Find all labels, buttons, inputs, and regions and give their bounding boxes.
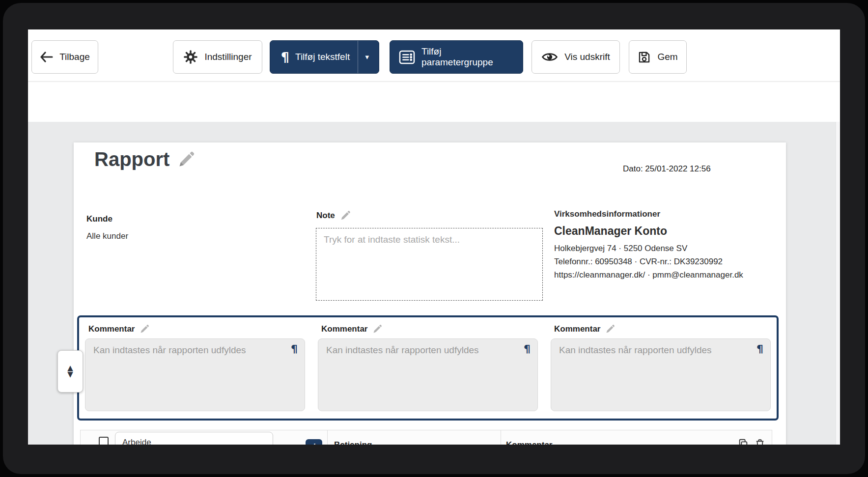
parameter-col3-label: Kommentar	[506, 440, 552, 445]
company-address: Holkebjergvej 74 · 5250 Odense SV	[554, 242, 780, 255]
comment-placeholder: Kan indtastes når rapporten udfyldes	[93, 345, 246, 355]
parameter-row: Arbejde i Betjening Kommentar	[80, 430, 772, 445]
pilcrow-icon: ¶	[291, 343, 298, 355]
settings-label: Indstillinger	[204, 52, 252, 62]
edit-note-pencil-icon[interactable]	[340, 210, 351, 221]
floppy-save-icon	[638, 51, 651, 64]
comment-placeholder: Kan indtastes når rapporten udfyldes	[559, 345, 712, 355]
copy-icon[interactable]	[738, 438, 749, 445]
comment-column-1: Kommentar Kan indtastes når rapporten ud…	[85, 324, 305, 419]
report-date: Dato: 25/01-2022 12:56	[623, 164, 711, 174]
comment-placeholder: Kan indtastes når rapporten udfyldes	[326, 345, 479, 355]
note-label: Note	[316, 211, 335, 221]
preview-button[interactable]: Vis udskrift	[532, 40, 620, 74]
preview-label: Vis udskrift	[564, 52, 610, 62]
pilcrow-icon: ¶	[524, 343, 531, 355]
comment-label: Kommentar	[554, 324, 600, 334]
parameter-name-input[interactable]: Arbejde	[115, 432, 273, 445]
add-textfield-main[interactable]: ¶ Tilføj tekstfelt	[273, 41, 358, 73]
arrow-left-icon	[40, 52, 53, 62]
edit-comment-pencil-icon[interactable]	[140, 324, 149, 334]
column-divider	[501, 430, 501, 445]
pilcrow-icon: ¶	[281, 50, 289, 65]
settings-button[interactable]: Indstillinger	[173, 40, 262, 74]
add-textfield-button[interactable]: ¶ Tilføj tekstfelt ▾	[270, 40, 379, 74]
comment-label: Kommentar	[321, 324, 367, 334]
scrollbar-track[interactable]	[836, 122, 840, 445]
company-phone-cvr: Telefonnr.: 60950348 · CVR-nr.: DK392309…	[554, 255, 780, 268]
toolbar: Tilbage	[28, 29, 840, 82]
edit-comment-pencil-icon[interactable]	[372, 324, 382, 334]
selected-comment-row[interactable]: Kommentar Kan indtastes når rapporten ud…	[77, 315, 779, 421]
company-info-label: Virksomhedsinformationer	[554, 209, 780, 219]
company-name: CleanManager Konto	[554, 224, 780, 238]
comment-column-2: Kommentar Kan indtastes når rapporten ud…	[318, 324, 538, 419]
save-label: Gem	[657, 52, 677, 62]
comment-input-field[interactable]: Kan indtastes når rapporten udfyldes ¶	[85, 338, 305, 411]
edit-comment-pencil-icon[interactable]	[605, 324, 615, 334]
parameter-checkbox[interactable]	[99, 437, 109, 445]
gear-icon	[183, 50, 198, 64]
handle-down-icon: ▼	[67, 371, 73, 378]
company-info-block: Virksomhedsinformationer CleanManager Ko…	[554, 209, 780, 281]
back-button[interactable]: Tilbage	[31, 40, 98, 74]
info-button[interactable]: i	[306, 439, 322, 445]
note-label-row: Note	[316, 210, 351, 221]
comment-input-field[interactable]: Kan indtastes når rapporten udfyldes ¶	[318, 338, 538, 411]
app-window: Tilbage	[28, 29, 840, 445]
report-title-row: Rapport	[94, 148, 195, 170]
note-static-text-field[interactable]: Tryk for at indtaste statisk tekst...	[316, 228, 543, 301]
edit-title-pencil-icon[interactable]	[177, 151, 195, 168]
parameter-col2-label: Betjening	[334, 440, 372, 445]
trash-icon[interactable]	[755, 438, 765, 445]
save-button[interactable]: Gem	[629, 40, 687, 74]
customer-label: Kunde	[86, 214, 112, 224]
parameter-list-icon	[399, 50, 415, 64]
company-web-email: https://cleanmanager.dk/ · pmm@cleanmana…	[554, 268, 780, 281]
pilcrow-icon: ¶	[756, 343, 763, 355]
add-parametergroup-label: Tilføj parametergruppe	[421, 46, 514, 68]
comment-input-field[interactable]: Kan indtastes når rapporten udfyldes ¶	[551, 338, 771, 411]
chevron-down-icon[interactable]: ▾	[358, 41, 376, 73]
eye-icon	[541, 51, 558, 63]
back-label: Tilbage	[59, 52, 90, 62]
comment-label: Kommentar	[88, 324, 135, 334]
report-page: Rapport Dato: 25/01-2022 12:56 Kunde All…	[74, 142, 786, 445]
add-parametergroup-button[interactable]: Tilføj parametergruppe	[390, 40, 523, 74]
comment-column-3: Kommentar Kan indtastes når rapporten ud…	[551, 324, 771, 419]
add-textfield-label: Tilføj tekstfelt	[295, 52, 350, 62]
customer-value: Alle kunder	[86, 231, 128, 241]
column-divider	[327, 430, 328, 445]
page-title: Rapport	[94, 148, 169, 170]
row-drag-handle[interactable]: ▲ ▼	[57, 350, 83, 393]
